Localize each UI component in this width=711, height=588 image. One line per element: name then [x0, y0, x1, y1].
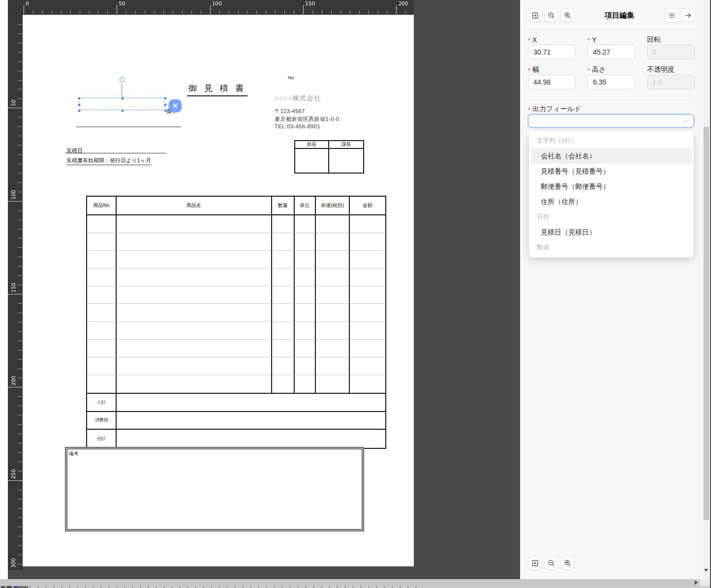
items-table-cell [350, 357, 385, 375]
ruler-label: 100 [212, 0, 222, 6]
items-table-cell [87, 286, 117, 304]
ruler-tick [256, 10, 257, 14]
selection-handle[interactable] [121, 109, 124, 113]
address-text: 東京都新宿区西新宿1-0-0 [275, 116, 340, 123]
selection-handle[interactable] [78, 103, 81, 106]
delete-field-button[interactable]: ✕ [169, 99, 182, 112]
menu-button[interactable] [665, 8, 679, 22]
ruler-tick [275, 10, 276, 14]
ruler-tick [396, 5, 397, 14]
zoom-out-button[interactable] [544, 8, 558, 22]
dropdown-option[interactable]: 郵便番号（郵便番号） [531, 179, 692, 194]
items-table-body [87, 215, 385, 393]
dropdown-option[interactable]: 見積日（見積日） [531, 225, 692, 240]
ruler-tick [359, 10, 360, 14]
rotate-handle[interactable] [120, 77, 124, 82]
opacity-label-text: 不透明度 [647, 65, 675, 74]
y-input[interactable] [587, 45, 635, 59]
horizontal-scrollbar[interactable] [0, 579, 710, 586]
selection-handle[interactable] [78, 97, 81, 100]
rotate-field: 回転 [647, 34, 695, 59]
ruler-tick [17, 247, 22, 248]
scroll-right-arrow-icon[interactable] [695, 581, 698, 585]
add-field-button[interactable] [528, 8, 542, 22]
items-table-header-cell: 商品名 [117, 197, 272, 215]
items-table-cell [87, 268, 117, 286]
pdf-template-page[interactable]: 御 見 積 書 No. ○○○○株式会社 〒123-4567 東京都新宿区西新宿… [23, 15, 414, 566]
items-table-cell [117, 286, 272, 304]
ruler-tick [17, 527, 22, 527]
ruler-tick [8, 294, 23, 294]
position-size-form: *X*Y回転*幅*高さ不透明度 [528, 34, 695, 94]
items-table-cell [272, 304, 295, 322]
height-input[interactable] [587, 75, 635, 89]
items-table-cell [295, 233, 316, 251]
ruler-tick [340, 10, 341, 14]
dropdown-option[interactable]: 住所（住所） [531, 194, 692, 209]
vertical-scrollbar[interactable] [703, 0, 710, 579]
ruler-tick [17, 33, 22, 34]
output-field-select[interactable] [528, 114, 694, 128]
x-label: *X [528, 34, 576, 45]
zoom-toolbar-bottom [528, 556, 574, 570]
items-table-cell [316, 340, 350, 357]
ruler-tick [8, 387, 23, 387]
items-table-cell [316, 251, 350, 268]
rotate-label-text: 回転 [647, 35, 661, 44]
ruler-label: 200 [398, 0, 408, 6]
selection-handle[interactable] [78, 109, 81, 113]
zoom-in-button[interactable] [560, 556, 574, 570]
selected-field-box[interactable] [79, 98, 165, 110]
vertical-scrollbar-thumb[interactable] [704, 127, 709, 520]
ruler-tick [17, 164, 22, 164]
items-table-cell [316, 357, 350, 375]
items-table-cell [272, 375, 295, 393]
items-table-cell [295, 322, 316, 340]
height-label-text: 高さ [592, 65, 606, 74]
y-field: *Y [587, 34, 635, 59]
postal-code-text: 〒123-4567 [275, 108, 305, 115]
items-table-cell [350, 286, 385, 304]
ruler-tick [17, 341, 22, 341]
recipient-underline [76, 112, 181, 127]
ruler-tick [387, 10, 387, 14]
ruler-tick [17, 238, 22, 238]
approval-header-cell: 部長 [295, 141, 329, 149]
x-input[interactable] [528, 45, 576, 59]
zoom-out-button[interactable] [544, 556, 558, 570]
rotate-label: 回転 [647, 34, 695, 45]
ruler-tick [42, 10, 43, 14]
items-table-cell [295, 215, 316, 233]
ruler-tick [17, 182, 22, 183]
width-input[interactable] [528, 75, 576, 89]
zoom-out-icon [547, 559, 556, 567]
panel-header: 項目編集 [528, 8, 695, 23]
selection-handle[interactable] [164, 97, 167, 100]
ruler-tick [17, 564, 22, 564]
collapse-panel-button[interactable] [681, 8, 695, 22]
remarks-label: 備考 [69, 451, 78, 457]
selection-handle[interactable] [164, 109, 167, 113]
add-field-button[interactable] [528, 556, 542, 570]
items-table-cell [272, 251, 295, 268]
required-mark: * [528, 105, 530, 114]
zoom-in-button[interactable] [560, 8, 574, 22]
dropdown-option[interactable]: 会社名（会社名） [531, 148, 692, 164]
items-table-cell [272, 322, 295, 340]
dropdown-group-label: 数値 [529, 240, 694, 255]
dropdown-option[interactable]: 見積番号（見積番号） [531, 164, 692, 179]
ruler-tick [17, 80, 22, 81]
items-table-cell [117, 233, 272, 251]
chevron-down-icon [682, 118, 689, 124]
taskbar-sliver [1, 586, 28, 588]
taskbar-sliver-marks [30, 587, 423, 588]
ruler-tick [135, 10, 136, 14]
selection-handle[interactable] [164, 103, 167, 106]
ruler-tick [17, 471, 22, 471]
ruler-tick [331, 10, 332, 14]
scroll-down-arrow-icon[interactable] [704, 569, 708, 572]
ruler-tick [17, 89, 22, 89]
ruler-label: 150 [10, 283, 16, 293]
ruler-tick [17, 452, 22, 453]
ruler-tick [17, 275, 22, 276]
